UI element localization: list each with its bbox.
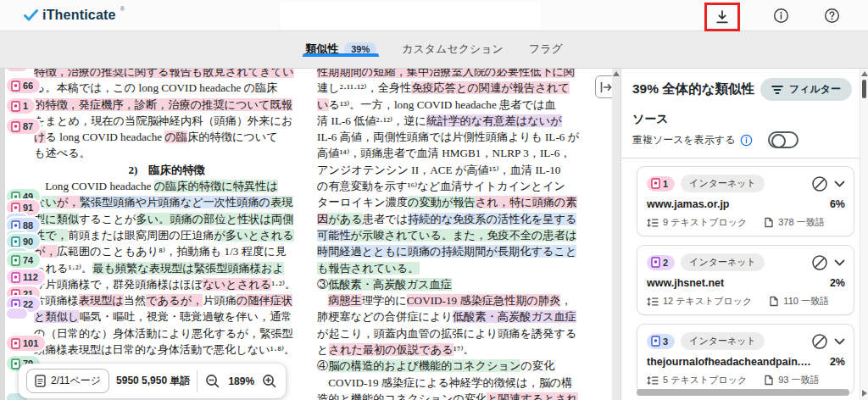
highlighted-text[interactable]: 表現 xyxy=(270,196,292,208)
match-badge[interactable]: 90 xyxy=(7,234,40,249)
document-text-line: アンジオテンシン II，ACE が高値¹⁵⁾，血清 IL-10 xyxy=(317,162,597,178)
highlighted-text[interactable]: が多いとされる xyxy=(214,229,294,242)
document-text-line: られる¹·²⁾。最も頻繁な表現型は緊張型頭痛様およ xyxy=(34,260,299,276)
tab-similarity[interactable]: 類似性39% xyxy=(305,42,376,57)
highlighted-text[interactable]: 特徴，治療の推奨に関する報告も散見されてきてい xyxy=(34,68,294,78)
match-badge-partial[interactable] xyxy=(7,308,27,319)
expand-source-button[interactable] xyxy=(834,259,845,266)
highlighted-text[interactable]: 統計学的な有意差はないが xyxy=(426,114,562,127)
expand-source-button[interactable] xyxy=(834,181,845,187)
source-doc-icon xyxy=(11,255,20,266)
highlighted-text[interactable]: 多い。頭痛の部位と性状は両側 xyxy=(136,213,294,225)
duplicate-sources-toggle[interactable] xyxy=(768,131,798,148)
highlighted-text[interactable]: 表現型は xyxy=(79,294,124,307)
highlighted-text[interactable]: され，特に頭痛の素 xyxy=(476,196,577,208)
match-badge[interactable]: 101 xyxy=(7,336,45,351)
highlighted-text[interactable]: も報告されている。 xyxy=(317,262,420,275)
highlighted-text[interactable]: COVID-19 感染症急性期の肺炎 xyxy=(407,294,561,307)
matched-words-count: 110 一致語 xyxy=(783,295,829,308)
match-badge[interactable]: 87 xyxy=(7,119,40,134)
exclude-source-button[interactable] xyxy=(811,333,828,350)
page-indicator-button[interactable]: 2/11ページ xyxy=(26,369,109,393)
tab-flags[interactable]: フラグ xyxy=(529,42,563,57)
highlighted-text[interactable]: 低酸素・高炭酸ガス血症 xyxy=(328,278,452,291)
highlighted-text[interactable]: ないとされる xyxy=(203,278,271,291)
highlighted-text[interactable]: 持続的な免疫系の活性化を呈する xyxy=(408,213,576,225)
highlighted-text[interactable]: の臨 xyxy=(164,131,187,143)
highlighted-text[interactable]: 低酸素・高炭酸ガス血症 xyxy=(453,310,576,323)
info-circle-icon[interactable] xyxy=(740,134,753,147)
filter-button[interactable]: フィルター xyxy=(760,78,852,101)
text-blocks-count: 12 テキストブロック xyxy=(663,295,752,308)
expand-source-button[interactable] xyxy=(834,338,845,345)
source-list: 1インターネットwww.jamas.or.jp6%9 テキストブロック378 一… xyxy=(621,158,860,394)
help-icon xyxy=(824,8,840,24)
duplicate-sources-row: 重複ソースを表示する xyxy=(621,131,860,158)
panel-scrollbar[interactable] xyxy=(860,68,868,400)
download-button[interactable] xyxy=(714,8,731,25)
highlighted-text[interactable]: と関連するとされ xyxy=(487,392,577,400)
text-segment: 片頭痛様 xyxy=(34,294,79,307)
highlighted-text[interactable]: 性期期間の短縮，集中治療室入院の必要性低下に関 xyxy=(317,68,575,78)
help-button[interactable] xyxy=(824,8,840,24)
match-number: 66 xyxy=(23,81,33,91)
exclude-source-button[interactable] xyxy=(811,175,828,192)
info-button[interactable] xyxy=(773,8,789,24)
document-text-line: をまとめ，現在の当院脳神経内科（頭痛）外来にお xyxy=(34,113,299,129)
highlighted-text[interactable]: がある xyxy=(328,213,363,225)
source-number-badge: 3 xyxy=(647,334,675,349)
highlighted-text[interactable]: が， xyxy=(57,196,80,208)
zoom-out-button[interactable] xyxy=(204,373,221,390)
highlighted-text[interactable]: と類似し xyxy=(34,310,79,323)
top-bar: iThenticate ® xyxy=(0,0,868,31)
highlighted-text[interactable]: が示唆されている。また，免疫不全の患者は xyxy=(351,229,577,242)
source-card[interactable]: 2インターネットwww.jhsnet.net2%12 テキストブロック110 一… xyxy=(637,245,854,315)
highlighted-text[interactable]: 緊張型頭痛や片頭痛など一次性頭痛の xyxy=(80,196,270,208)
text-segment: の有意変動を示す¹⁶⁾など血清サイトカインとイン xyxy=(317,180,565,192)
scrollbar-thumb[interactable] xyxy=(862,80,866,98)
text-segment: ④ xyxy=(317,359,328,372)
match-badge[interactable]: 74 xyxy=(7,253,40,268)
doc-column-right: 性期期間の短縮，集中治療室入院の必要性低下に関連し²·¹¹·¹²⁾，全身性免疫応… xyxy=(317,68,597,400)
text-segment: 広範囲のこともあり⁸⁾，拍動痛も 1/3 程度に見 xyxy=(57,245,287,258)
highlighted-text[interactable]: 最も頻繁な表現型は緊張型頭痛様およ xyxy=(92,262,284,275)
highlighted-text[interactable]: 免疫応答との関連が報告されて xyxy=(411,81,569,94)
exclude-source-button[interactable] xyxy=(811,254,828,271)
source-stats-row: 5 テキストブロック93 一致語 xyxy=(647,374,845,386)
panel-horizontal-scrollbar[interactable] xyxy=(637,389,849,396)
match-badge[interactable]: 66 xyxy=(7,78,40,93)
highlighted-text[interactable]: であるが， xyxy=(146,294,203,307)
source-card[interactable]: 1インターネットwww.jamas.or.jp6%9 テキストブロック378 一… xyxy=(637,166,854,236)
document-scrollbar[interactable] xyxy=(612,68,620,400)
match-badge[interactable]: 1 xyxy=(7,98,35,114)
highlighted-text[interactable]: 的特徴，発症機序，診断，治療の推奨について既報 xyxy=(34,98,292,111)
match-number: 1 xyxy=(23,101,28,111)
chevron-down-icon xyxy=(834,259,845,266)
highlighted-text[interactable]: された最初の仮説である xyxy=(329,343,453,356)
match-badge[interactable]: 112 xyxy=(7,269,45,285)
document-text-line: 性で，前頭または眼窩周囲の圧迫痛が多いとされる xyxy=(34,227,299,243)
source-card[interactable]: 3インターネットthejournalofheadacheandpain.bio.… xyxy=(637,324,854,394)
source-percent: 6% xyxy=(830,198,845,210)
highlighted-text[interactable]: 病態生 xyxy=(328,294,362,307)
highlighted-text[interactable]: 可能性 xyxy=(317,229,351,242)
highlighted-text[interactable]: 時間経過とともに頭痛の持続期間が長期化すること xyxy=(317,245,576,258)
document-text-line: 片頭痛様表現型は当然であるが，片頭痛の随伴症状 xyxy=(34,292,299,308)
tab-custom-sections[interactable]: カスタムセクション xyxy=(402,42,504,57)
text-segment: び片頭痛様で，群発頭痛様はほぼ xyxy=(34,278,203,291)
document-text-line: 特徴，治療の推奨に関する報告も散見されてきてい xyxy=(34,68,299,80)
word-count: 5950 5,950 単語 xyxy=(116,374,190,388)
document-text-line: 連し²·¹¹·¹²⁾，全身性免疫応答との関連が報告されて xyxy=(317,80,597,96)
text-segment: 嘔気・嘔吐，視覚・聴覚過敏を伴い，通常 xyxy=(79,310,292,323)
highlighted-text[interactable]: 型に類似 xyxy=(34,213,79,225)
document-viewer[interactable]: 特徴，治療の推奨に関する報告も散見されてきている。本稿では，この long CO… xyxy=(0,68,620,400)
highlighted-text[interactable]: 脳の構造的および機能的コネクション xyxy=(328,359,520,372)
zoom-in-button[interactable] xyxy=(261,373,278,390)
highlighted-text[interactable]: の変動が報告 xyxy=(408,196,476,208)
highlighted-text[interactable]: 因 xyxy=(317,213,328,225)
highlighted-text[interactable]: の随伴症状 xyxy=(236,294,292,307)
highlighted-text[interactable]: の臨床的特徴に特異性は xyxy=(154,180,278,192)
document-title-area xyxy=(281,2,540,30)
highlighted-text[interactable]: い xyxy=(317,98,329,111)
source-doc-icon xyxy=(651,336,660,347)
